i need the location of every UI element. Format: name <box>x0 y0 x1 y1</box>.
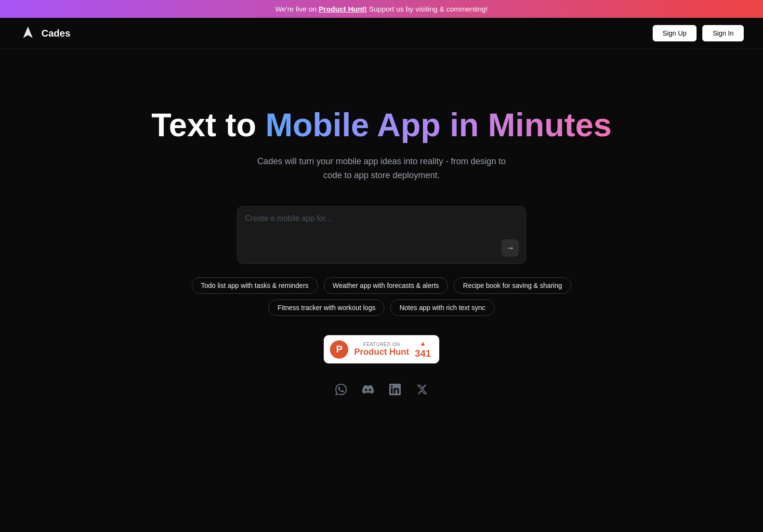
product-hunt-name: Product Hunt <box>354 347 409 357</box>
product-hunt-badge[interactable]: P FEATURED ON Product Hunt ▲ 341 <box>324 335 439 363</box>
discord-icon[interactable] <box>361 383 375 396</box>
signin-button[interactable]: Sign In <box>702 25 744 41</box>
product-hunt-count: ▲ 341 <box>415 339 431 359</box>
navbar: Cades Sign Up Sign In <box>0 18 763 49</box>
signup-button[interactable]: Sign Up <box>653 25 697 41</box>
product-hunt-featured-label: FEATURED ON <box>354 342 409 347</box>
logo-icon <box>19 25 37 42</box>
banner-text-before: We're live on <box>275 5 318 13</box>
hero-subtitle: Cades will turn your mobile app ideas in… <box>256 155 507 182</box>
linkedin-icon[interactable] <box>388 383 402 396</box>
product-hunt-link[interactable]: Product Hunt! <box>319 5 367 13</box>
upvote-arrow: ▲ <box>420 339 426 347</box>
app-input-container: → <box>237 206 526 264</box>
suggestion-tags-row1: Todo list app with tasks & reminders Wea… <box>192 277 571 294</box>
upvote-count: 341 <box>415 348 431 359</box>
logo[interactable]: Cades <box>19 25 70 42</box>
hero-section: Text to Mobile App in Minutes Cades will… <box>0 49 763 425</box>
x-icon[interactable] <box>415 383 429 396</box>
submit-button[interactable]: → <box>501 239 519 257</box>
tag-recipe[interactable]: Recipe book for saving & sharing <box>454 277 571 294</box>
tag-weather[interactable]: Weather app with forecasts & alerts <box>324 277 448 294</box>
app-input[interactable] <box>245 214 518 253</box>
product-hunt-text: FEATURED ON Product Hunt <box>354 342 409 357</box>
announcement-banner: We're live on Product Hunt! Support us b… <box>0 0 763 18</box>
tag-todo[interactable]: Todo list app with tasks & reminders <box>192 277 317 294</box>
hero-title-part1: Text to <box>151 106 265 143</box>
social-icons-row <box>334 383 429 396</box>
nav-buttons: Sign Up Sign In <box>653 25 744 41</box>
whatsapp-icon[interactable] <box>334 383 348 396</box>
tag-notes[interactable]: Notes app with rich text sync <box>390 299 494 316</box>
suggestion-tags-row2: Fitness tracker with workout logs Notes … <box>268 299 494 316</box>
logo-text: Cades <box>41 28 70 39</box>
hero-title: Text to Mobile App in Minutes <box>151 107 612 143</box>
banner-text-after: Support us by visiting & commenting! <box>367 5 488 13</box>
product-hunt-logo: P <box>330 340 348 359</box>
hero-title-part2: Mobile App in Minutes <box>265 106 612 143</box>
tag-fitness[interactable]: Fitness tracker with workout logs <box>268 299 384 316</box>
